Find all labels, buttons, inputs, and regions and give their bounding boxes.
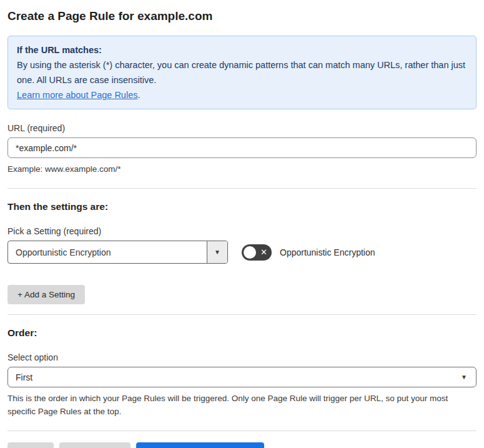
divider: [7, 188, 477, 189]
opportunistic-encryption-toggle[interactable]: ✕: [242, 244, 272, 261]
select-option-label: Select option: [7, 352, 477, 362]
settings-section-heading: Then the settings are:: [7, 201, 477, 212]
order-select[interactable]: First ▼: [7, 367, 477, 387]
chevron-down-icon: ▼: [214, 249, 220, 256]
url-match-info-box: If the URL matches: By using the asteris…: [7, 36, 477, 109]
divider: [7, 431, 477, 431]
setting-picker[interactable]: Opportunistic Encryption ▼: [7, 241, 228, 264]
cancel-button[interactable]: Cancel: [7, 442, 54, 448]
setting-picker-value: Opportunistic Encryption: [8, 241, 207, 263]
save-and-deploy-button[interactable]: Save and Deploy Page Rule: [136, 442, 265, 448]
divider: [7, 314, 477, 315]
page-title: Create a Page Rule for example.com: [7, 9, 477, 24]
url-label: URL (required): [7, 123, 477, 133]
setting-picker-arrow-button[interactable]: ▼: [207, 241, 227, 263]
toggle-group: ✕ Opportunistic Encryption: [242, 244, 375, 261]
toggle-knob: [244, 246, 256, 259]
add-setting-button[interactable]: + Add a Setting: [7, 285, 85, 304]
setting-row: Opportunistic Encryption ▼ ✕ Opportunist…: [7, 241, 477, 264]
save-as-draft-button[interactable]: Save as Draft: [59, 442, 131, 448]
learn-more-link[interactable]: Learn more about Page Rules: [17, 90, 137, 100]
footer-actions: Cancel Save as Draft Save and Deploy Pag…: [7, 442, 477, 448]
toggle-off-x-icon: ✕: [260, 244, 267, 261]
order-select-value: First: [16, 372, 32, 382]
info-box-heading: If the URL matches:: [17, 42, 467, 57]
url-input[interactable]: [7, 137, 477, 158]
order-section-heading: Order:: [7, 327, 477, 339]
url-example-text: Example: www.example.com/*: [7, 162, 477, 176]
info-box-link-line: Learn more about Page Rules.: [17, 87, 467, 102]
pick-setting-label: Pick a Setting (required): [7, 226, 477, 236]
info-box-body: By using the asterisk (*) character, you…: [17, 57, 467, 87]
page-rule-form: Create a Page Rule for example.com If th…: [0, 9, 484, 448]
toggle-label: Opportunistic Encryption: [280, 247, 375, 257]
chevron-down-icon: ▼: [461, 374, 467, 381]
link-period: .: [137, 90, 140, 100]
order-help-text: This is the order in which your Page Rul…: [7, 392, 477, 418]
